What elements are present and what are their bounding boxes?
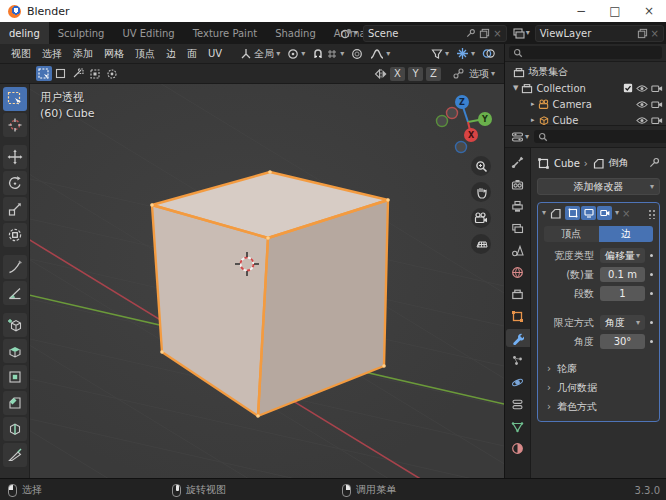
expand-panel-icon[interactable]: ▾ xyxy=(542,209,546,217)
tab-sculpting[interactable]: Sculpting xyxy=(49,22,114,44)
tab-object[interactable] xyxy=(506,307,530,325)
proportional-editing-toggle[interactable] xyxy=(348,48,366,60)
add-modifier-dropdown[interactable]: 添加修改器 ▾ xyxy=(537,178,660,195)
eye-icon[interactable] xyxy=(636,84,648,93)
subpanel-geometry[interactable]: ›几何数据 xyxy=(538,378,659,397)
properties-search-input[interactable] xyxy=(551,131,666,142)
options-dropdown[interactable]: 选项 ▾ xyxy=(466,67,498,81)
tool-annotate[interactable] xyxy=(3,255,27,279)
pivot-point-dropdown[interactable]: ▾ xyxy=(284,48,308,60)
menu-select[interactable]: 选择 xyxy=(37,47,67,61)
angle-field[interactable]: 30° xyxy=(600,334,645,349)
axis-neg-y-handle[interactable] xyxy=(437,116,448,127)
axis-y-handle[interactable]: Y xyxy=(478,112,492,126)
tab-world[interactable] xyxy=(506,263,530,281)
breadcrumb-object[interactable]: Cube xyxy=(554,158,580,169)
snap-widget[interactable]: ▾ xyxy=(309,48,347,60)
collapse-icon[interactable]: ▸ xyxy=(531,100,535,108)
animate-dot[interactable] xyxy=(650,321,653,324)
tool-bevel[interactable] xyxy=(3,391,27,415)
viewport-canvas[interactable]: 用户透视 (60) Cube Z Y X xyxy=(30,84,504,478)
viewlayer-selector[interactable]: ViewLayer × xyxy=(535,25,664,42)
viewlayer-type-dropdown[interactable]: ▾ xyxy=(510,27,532,40)
render-display-toggle[interactable] xyxy=(597,206,612,220)
menu-edge[interactable]: 边 xyxy=(161,47,181,61)
close-button[interactable]: × xyxy=(632,0,666,22)
drag-handle-icon[interactable] xyxy=(647,208,655,219)
checkbox-icon[interactable] xyxy=(623,83,633,93)
menu-face[interactable]: 面 xyxy=(182,47,202,61)
tab-shading[interactable]: Shading xyxy=(266,22,325,44)
tab-render[interactable] xyxy=(506,175,530,193)
menu-mesh[interactable]: 网格 xyxy=(99,47,129,61)
modifier-panel-header[interactable]: ▾ ▾ × xyxy=(538,203,659,223)
tool-rotate[interactable] xyxy=(3,171,27,195)
tool-inset-faces[interactable] xyxy=(3,365,27,389)
tool-select-box[interactable] xyxy=(3,87,27,111)
outliner-row-cube[interactable]: ▸ Cube xyxy=(505,112,666,126)
axis-x-handle[interactable]: X xyxy=(464,128,478,142)
render-camera-icon[interactable] xyxy=(651,116,663,125)
select-box-mode[interactable] xyxy=(53,66,69,81)
tab-material[interactable] xyxy=(506,439,530,457)
editor-type-dropdown[interactable]: ▾ xyxy=(509,131,531,143)
tool-transform[interactable] xyxy=(3,223,27,247)
tab-output[interactable] xyxy=(506,197,530,215)
expand-icon[interactable]: ▼ xyxy=(513,84,518,92)
axis-neg-x-handle[interactable] xyxy=(447,108,458,119)
select-tweak-mode[interactable] xyxy=(36,66,52,81)
minimize-button[interactable]: − xyxy=(564,0,598,22)
tab-texture-paint[interactable]: Texture Paint xyxy=(184,22,267,44)
tab-constraints[interactable] xyxy=(506,395,530,413)
tab-physics[interactable] xyxy=(506,373,530,391)
remove-icon[interactable]: × xyxy=(651,28,659,39)
outliner-row-collection[interactable]: ▼ Collection xyxy=(505,80,666,96)
tool-measure[interactable] xyxy=(3,281,27,305)
collapse-icon[interactable]: ▸ xyxy=(531,116,535,124)
mirror-icon[interactable] xyxy=(374,68,388,80)
pin-icon[interactable] xyxy=(465,28,476,39)
tab-object-data[interactable] xyxy=(506,417,530,435)
tab-modifiers[interactable] xyxy=(506,329,530,347)
amount-field[interactable]: 0.1 m xyxy=(600,267,645,282)
cube-mesh[interactable] xyxy=(150,170,390,418)
overlays-toggle[interactable] xyxy=(479,47,498,60)
orthographic-toggle-button[interactable] xyxy=(471,234,491,254)
animate-dot[interactable] xyxy=(650,340,653,343)
eye-icon[interactable] xyxy=(636,100,648,109)
outliner-search-input[interactable] xyxy=(526,47,658,58)
tool-knife[interactable] xyxy=(3,443,27,467)
select-lasso-mode[interactable] xyxy=(87,66,103,81)
scene-selector[interactable]: Scene × xyxy=(363,25,507,42)
eye-icon[interactable] xyxy=(636,116,648,125)
render-camera-icon[interactable] xyxy=(651,84,663,93)
tool-add-cube[interactable] xyxy=(3,313,27,337)
camera-view-button[interactable] xyxy=(471,208,491,228)
tool-move[interactable] xyxy=(3,145,27,169)
tab-scene[interactable] xyxy=(506,241,530,259)
axis-neg-z-handle[interactable] xyxy=(456,142,467,153)
subpanel-shading[interactable]: ›着色方式 xyxy=(538,397,659,416)
mirror-x-button[interactable]: X xyxy=(390,67,405,81)
tool-loop-cut[interactable] xyxy=(3,417,27,441)
width-type-dropdown[interactable]: 偏移量▾ xyxy=(600,248,645,263)
menu-vertex[interactable]: 顶点 xyxy=(130,47,160,61)
pan-button[interactable] xyxy=(471,182,491,202)
new-copy-icon[interactable] xyxy=(637,28,648,39)
segments-field[interactable]: 1 xyxy=(600,286,645,301)
outliner-search[interactable] xyxy=(509,46,662,59)
outliner-row-camera[interactable]: ▸ Camera xyxy=(505,96,666,112)
animate-dot[interactable] xyxy=(650,273,653,276)
falloff-dropdown[interactable]: ▾ xyxy=(367,48,393,60)
tool-cursor[interactable] xyxy=(3,113,27,137)
tool-scale[interactable] xyxy=(3,197,27,221)
maximize-button[interactable]: □ xyxy=(598,0,632,22)
subpanel-profile[interactable]: ›轮廓 xyxy=(538,359,659,378)
scene-type-dropdown[interactable]: ▾ xyxy=(338,27,360,40)
pin-icon[interactable] xyxy=(648,157,660,169)
animate-dot[interactable] xyxy=(650,292,653,295)
menu-view[interactable]: 视图 xyxy=(6,47,36,61)
select-circle-mode[interactable] xyxy=(70,66,86,81)
visibility-filter-dropdown[interactable]: ▾ xyxy=(428,48,452,60)
navigation-gizmo[interactable]: Z Y X xyxy=(430,92,502,158)
